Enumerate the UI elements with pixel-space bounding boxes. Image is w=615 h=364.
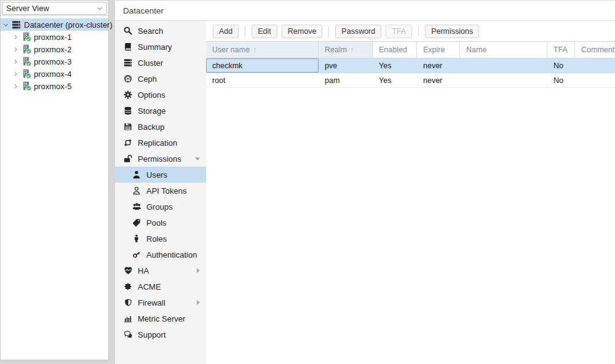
tree-row-node[interactable]: proxmox-1 [1, 31, 108, 43]
sort-asc-icon: ↑ [350, 46, 354, 54]
user-group-icon [132, 202, 141, 212]
edit-button[interactable]: Edit [252, 25, 277, 38]
table-header-row: User name ↑ Realm ↑ Enabled Expire Name [206, 41, 615, 58]
nav-label: Backup [138, 122, 164, 132]
nav-item-groups[interactable]: Groups [115, 199, 206, 215]
tree-row-datacenter[interactable]: Datacenter (prox-cluster) [1, 18, 108, 31]
nav-item-storage[interactable]: Storage [115, 103, 206, 119]
tree-row-node[interactable]: proxmox-2 [1, 43, 108, 55]
nav-item-options[interactable]: Options [115, 87, 206, 103]
nav-item-permissions[interactable]: Permissions [115, 151, 206, 167]
nav-item-support[interactable]: Support [115, 326, 206, 342]
nav-item-users[interactable]: Users [115, 167, 206, 183]
nav-item-api-tokens[interactable]: API Tokens [115, 183, 206, 199]
heart-pulse-icon [123, 266, 133, 275]
cell-realm: pam [319, 73, 373, 87]
password-button[interactable]: Password [335, 25, 381, 38]
cell-name [460, 58, 547, 73]
nav-label: Cluster [138, 58, 163, 68]
expanded-arrow-icon [195, 157, 200, 160]
chevron-right-icon[interactable] [10, 34, 21, 41]
nav-item-cluster[interactable]: Cluster [115, 55, 206, 71]
node-building-online-icon [21, 81, 31, 91]
panel-splitter[interactable] [109, 0, 115, 364]
resource-tree-panel: Server View Datacenter (prox-cluster) [0, 0, 109, 360]
cell-user-name: root [206, 73, 319, 87]
column-header-enabled[interactable]: Enabled [373, 42, 417, 58]
nav-label: Replication [138, 138, 177, 148]
nav-item-pools[interactable]: Pools [115, 215, 206, 231]
view-selector-combo[interactable]: Server View [2, 2, 107, 15]
shield-icon [123, 298, 133, 307]
tree-label-node: proxmox-3 [34, 57, 71, 66]
column-header-tfa[interactable]: TFA [547, 42, 575, 58]
nav-label: API Tokens [146, 186, 187, 196]
tree-label-datacenter: Datacenter (prox-cluster) [24, 20, 113, 30]
nav-label: Metric Server [138, 314, 185, 323]
comments-icon [123, 330, 133, 339]
server-stack-icon [11, 20, 22, 30]
nav-item-ceph[interactable]: Ceph [115, 71, 206, 87]
nav-item-backup[interactable]: Backup [115, 119, 206, 135]
nav-label: HA [138, 266, 149, 275]
chevron-right-icon[interactable] [10, 71, 21, 77]
resource-tree: Datacenter (prox-cluster) proxmox-1 [1, 16, 108, 92]
toolbar-separator [328, 26, 329, 36]
nav-item-roles[interactable]: Roles [115, 231, 206, 247]
tree-label-node: proxmox-5 [34, 82, 71, 91]
table-row-root[interactable]: root pam Yes never No [206, 73, 615, 88]
column-header-comment[interactable]: Comment [575, 42, 615, 58]
chevron-right-icon[interactable] [10, 58, 21, 65]
user-icon [132, 170, 141, 180]
table-row-checkmk[interactable]: checkmk pve Yes never No [206, 58, 615, 73]
column-header-expire[interactable]: Expire [417, 42, 460, 58]
nav-label: Authentication [146, 250, 197, 259]
remove-button[interactable]: Remove [282, 25, 323, 38]
datacenter-panel: Datacenter Search Summary Cluster [115, 0, 615, 364]
column-header-realm[interactable]: Realm ↑ [319, 42, 373, 58]
tree-label-node: proxmox-4 [34, 69, 71, 79]
nav-label: Ceph [138, 74, 157, 84]
nav-item-search[interactable]: Search [115, 23, 206, 39]
nav-item-replication[interactable]: Replication [115, 135, 206, 151]
sort-asc-icon: ↑ [253, 46, 256, 54]
tree-row-node[interactable]: proxmox-5 [1, 80, 108, 92]
chevron-right-icon[interactable] [10, 83, 21, 90]
key-icon [132, 250, 141, 259]
cell-comment [575, 73, 615, 87]
nav-item-summary[interactable]: Summary [115, 39, 206, 55]
permissions-button[interactable]: Permissions [425, 25, 479, 38]
nav-item-firewall[interactable]: Firewall [115, 295, 206, 311]
nav-label: Pools [146, 218, 167, 228]
node-building-online-icon [21, 32, 31, 42]
nav-label: Summary [138, 42, 172, 52]
tree-row-node[interactable]: proxmox-4 [1, 68, 108, 80]
chevron-down-icon[interactable] [1, 22, 11, 28]
datacenter-nav: Search Summary Cluster Ceph [115, 21, 206, 364]
tree-row-node[interactable]: proxmox-3 [1, 55, 108, 68]
cell-comment [575, 58, 615, 73]
cell-enabled: Yes [373, 73, 417, 87]
collapsed-arrow-icon [197, 300, 200, 305]
nav-label: Users [146, 170, 167, 180]
column-header-name[interactable]: Name [460, 42, 547, 58]
toolbar-separator [418, 26, 419, 36]
toolbar-separator [245, 26, 245, 36]
nav-item-authentication[interactable]: Authentication [115, 247, 206, 263]
nav-item-ha[interactable]: HA [115, 263, 206, 279]
nav-label: Groups [146, 202, 173, 212]
server-stack-icon [123, 58, 133, 68]
column-header-user-name[interactable]: User name ↑ [206, 42, 319, 58]
nav-item-acme[interactable]: ACME [115, 279, 206, 295]
chevron-right-icon[interactable] [10, 46, 21, 53]
nav-label: Support [138, 330, 166, 339]
tree-label-node: proxmox-1 [34, 33, 71, 42]
node-building-online-icon [21, 57, 31, 66]
nav-label: Search [138, 26, 163, 36]
nav-item-metric-server[interactable]: Metric Server [115, 311, 206, 326]
arrows-rotate-icon [123, 138, 133, 148]
add-button[interactable]: Add [213, 25, 239, 38]
tag-icon [132, 218, 141, 228]
tree-view-header: Server View [1, 1, 108, 16]
nav-label: ACME [138, 282, 161, 291]
